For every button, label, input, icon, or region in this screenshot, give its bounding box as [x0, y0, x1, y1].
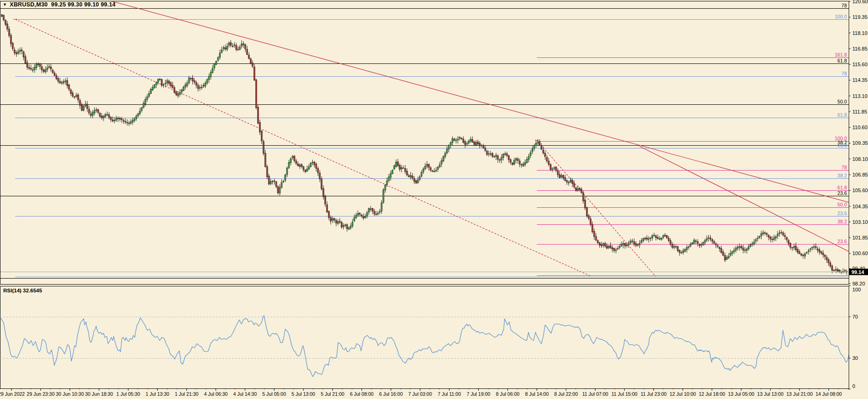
candle-up: [662, 236, 664, 238]
fib-black-label: 61.8: [838, 58, 847, 63]
candle-down: [575, 188, 577, 191]
candle-up: [203, 85, 204, 86]
candle-up: [145, 99, 146, 104]
candle-down: [29, 68, 30, 68]
candle-down: [657, 237, 658, 239]
candle-up: [234, 45, 235, 46]
candle-up: [470, 139, 471, 141]
candle-down: [474, 142, 475, 144]
candle-down: [317, 169, 319, 173]
candle-up: [155, 82, 157, 85]
candle-up: [735, 248, 736, 251]
candle-up: [701, 245, 702, 245]
candle-down: [261, 131, 262, 141]
candle-up: [570, 181, 571, 182]
candle-up: [366, 213, 368, 216]
candle-up: [441, 161, 442, 164]
candle-down: [197, 85, 199, 88]
time-tick-label: 29 Jun 23:30: [27, 391, 55, 397]
candle-down: [79, 100, 80, 105]
candle-up: [630, 241, 631, 243]
candle-down: [259, 122, 260, 132]
candle-up: [136, 116, 137, 119]
time-tick-label: 4 Jul 14:30: [233, 391, 257, 397]
fib-blue-label: 78: [841, 71, 847, 76]
mt4-chart-window: 7861.850.038.223.6100.07861.850.038.223.…: [0, 0, 868, 399]
time-tick-label: 8 Jul 14:00: [525, 391, 549, 397]
candle-down: [543, 150, 544, 153]
fib-anchor-dashed-trendline[interactable]: [15, 19, 591, 276]
candle-up: [806, 252, 807, 253]
candle-down: [635, 244, 637, 246]
candle-up: [130, 122, 132, 124]
candle-down: [243, 44, 244, 45]
candle-down: [328, 211, 330, 218]
candle-up: [184, 85, 186, 87]
candle-down: [415, 181, 417, 183]
candle-up: [134, 119, 135, 120]
candle-up: [228, 43, 230, 46]
candle-down: [724, 255, 726, 260]
candle-down: [499, 160, 500, 160]
candle-up: [105, 114, 106, 117]
candle-up: [608, 246, 609, 248]
candle-down: [584, 200, 586, 208]
candle-up: [615, 250, 617, 251]
symbol-title-bar: ▼XBRUSD,M30 99.25 99.30 99.10 99.14: [3, 1, 115, 8]
price-tick-label: 100.60: [852, 251, 868, 256]
fib-blue-label: 61.8: [838, 112, 847, 118]
candle-up: [379, 211, 380, 212]
candle-up: [628, 243, 629, 245]
chart-canvas[interactable]: 7861.850.038.223.6100.07861.850.038.223.…: [0, 0, 868, 399]
descending-trendline[interactable]: [110, 1, 849, 202]
candle-down: [597, 240, 598, 243]
time-axis[interactable]: 29 Jun 202229 Jun 23:3030 Jun 10:3030 Ju…: [0, 388, 848, 397]
candle-up: [107, 114, 108, 115]
candle-down: [256, 80, 257, 108]
candle-down: [550, 165, 551, 170]
candle-up: [350, 226, 351, 228]
time-tick-label: 30 Jun 18:30: [85, 391, 113, 397]
candle-down: [564, 177, 566, 181]
candle-up: [343, 225, 344, 227]
descending-trendline[interactable]: [639, 146, 849, 251]
candle-down: [792, 248, 793, 248]
candle-up: [603, 244, 604, 245]
candle-up: [466, 143, 468, 144]
candle-down: [824, 255, 826, 257]
candle-down: [6, 24, 8, 29]
candle-up: [775, 236, 776, 238]
price-tick-label: 110.60: [852, 125, 868, 130]
time-tick-label: 8 Jul 22:00: [554, 391, 578, 397]
candle-down: [224, 48, 226, 49]
main-price-pane[interactable]: 7861.850.038.223.6100.07861.850.038.223.…: [0, 1, 849, 279]
candle-up: [459, 137, 460, 138]
candle-down: [27, 63, 28, 67]
candle-down: [8, 29, 10, 35]
price-axis[interactable]: 120.60119.35118.10116.85115.60114.35113.…: [849, 0, 868, 286]
candle-up: [763, 233, 764, 234]
fib-anchor-dashed-trendline[interactable]: [537, 140, 655, 276]
candle-down: [595, 236, 597, 240]
candle-down: [236, 45, 237, 50]
candle-down: [539, 142, 540, 145]
candle-down: [363, 216, 364, 218]
chevron-down-icon[interactable]: ▼: [3, 2, 7, 7]
candle-down: [548, 161, 549, 164]
candle-up: [426, 164, 428, 166]
candle-down: [176, 92, 177, 95]
candle-up: [443, 156, 444, 161]
candle-down: [25, 57, 26, 63]
current-price-label: 99.14: [851, 269, 864, 275]
candle-down: [70, 90, 72, 93]
candle-down: [483, 145, 484, 148]
rsi-pane[interactable]: [0, 316, 849, 377]
candle-up: [532, 149, 533, 152]
candle-up: [702, 242, 704, 245]
candle-down: [768, 235, 769, 237]
candle-down: [86, 104, 88, 109]
candle-down: [77, 95, 79, 100]
candle-up: [530, 153, 531, 156]
candle-down: [581, 189, 582, 192]
candle-up: [757, 238, 759, 239]
